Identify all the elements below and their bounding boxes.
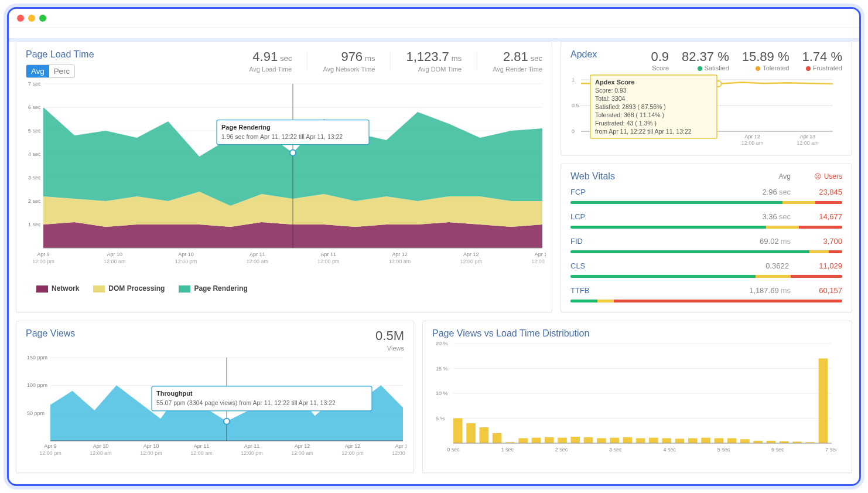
web-vital-row-LCP[interactable]: LCP 3.36sec 14,677 — [570, 206, 842, 223]
svg-rect-92 — [453, 419, 463, 444]
web-vitals-title: Web Vitals — [570, 171, 615, 182]
window-close-button[interactable] — [17, 15, 24, 22]
svg-rect-105 — [623, 437, 633, 443]
web-vitals-head-avg: Avg — [615, 172, 791, 181]
svg-text:0.5: 0.5 — [572, 103, 579, 108]
svg-text:12:00 pm: 12:00 pm — [241, 450, 263, 456]
apdex-tolerated: 15.89 %Tolerated — [742, 49, 790, 72]
svg-text:Apr 12: Apr 12 — [345, 443, 361, 449]
apdex-score: 0.9Score — [651, 49, 669, 72]
apdex-frustrated: 1.74 %Frustrated — [802, 49, 843, 72]
svg-text:5 sec: 5 sec — [28, 128, 41, 134]
apdex-chart[interactable]: 00.51Apr 1212:00 amApr 1312:00 amApdex S… — [570, 72, 835, 148]
svg-text:3 sec: 3 sec — [609, 447, 622, 453]
svg-text:12:00 am: 12:00 am — [291, 450, 313, 456]
web-vitals-card: Web Vitals Avg ☹ Users FCP 2.96sec 23,84… — [561, 164, 852, 312]
web-vital-row-FCP[interactable]: FCP 2.96sec 23,845 — [570, 182, 842, 199]
svg-text:Apr 12: Apr 12 — [392, 251, 408, 257]
svg-rect-103 — [597, 438, 606, 444]
svg-text:55.07 ppm (3304 page views) fr: 55.07 ppm (3304 page views) from Apr 11,… — [156, 399, 336, 406]
svg-text:6 sec: 6 sec — [28, 104, 41, 110]
svg-rect-120 — [819, 359, 828, 444]
svg-text:1 sec: 1 sec — [28, 222, 41, 227]
svg-text:12:00 pm: 12:00 pm — [317, 259, 340, 264]
metric-0: 4.91secAvg Load Time — [249, 49, 292, 73]
svg-text:12:00 am: 12:00 am — [104, 259, 126, 264]
web-vital-row-FID[interactable]: FID 69.02ms 3,700 — [570, 231, 842, 248]
svg-rect-117 — [780, 441, 789, 443]
page-views-title: Page Views — [26, 328, 75, 352]
svg-text:Apr 11: Apr 11 — [194, 443, 210, 449]
frown-icon: ☹ — [814, 172, 822, 181]
toggle-perc[interactable]: Perc — [49, 65, 74, 77]
svg-rect-109 — [675, 438, 685, 443]
window-minimize-button[interactable] — [28, 15, 35, 22]
page-views-chart[interactable]: 50 ppm100 ppm150 ppmApr 912:00 pmApr 101… — [26, 352, 406, 463]
svg-text:Apr 10: Apr 10 — [93, 443, 109, 449]
svg-text:Satisfied: 2893 ( 87.56% ): Satisfied: 2893 ( 87.56% ) — [595, 103, 666, 110]
svg-text:50 ppm: 50 ppm — [27, 410, 45, 416]
svg-rect-95 — [493, 433, 502, 443]
svg-text:12:00 am: 12:00 am — [531, 259, 546, 264]
page-load-chart[interactable]: 1 sec2 sec3 sec4 sec5 sec6 sec7 secApr 9… — [26, 78, 546, 277]
svg-text:1: 1 — [572, 77, 575, 83]
svg-text:Apr 9: Apr 9 — [37, 251, 50, 257]
svg-rect-115 — [753, 441, 763, 443]
svg-text:10 %: 10 % — [436, 390, 448, 396]
page-views-card: Page Views 0.5M Views 50 ppm100 ppm150 p… — [16, 321, 414, 473]
svg-text:Apr 11: Apr 11 — [321, 251, 337, 257]
page-load-title: Page Load Time — [26, 49, 94, 60]
svg-text:Apr 10: Apr 10 — [143, 443, 159, 449]
svg-point-32 — [290, 150, 296, 156]
svg-rect-94 — [480, 427, 489, 443]
svg-text:Apr 13: Apr 13 — [800, 134, 816, 140]
window-zoom-button[interactable] — [39, 15, 46, 22]
svg-text:4 sec: 4 sec — [28, 151, 41, 157]
svg-rect-104 — [610, 438, 619, 443]
svg-rect-112 — [715, 438, 724, 444]
header-separator — [9, 28, 859, 42]
page-load-metrics: 4.91secAvg Load Time976msAvg Network Tim… — [249, 49, 542, 73]
svg-rect-99 — [545, 437, 554, 443]
svg-rect-101 — [570, 437, 580, 443]
svg-text:0 sec: 0 sec — [447, 447, 460, 453]
svg-text:12:00 am: 12:00 am — [741, 140, 764, 146]
svg-text:Apdex Score: Apdex Score — [595, 79, 634, 86]
page-load-time-card: Page Load Time Avg Perc 4.91secAvg Load … — [16, 42, 552, 312]
distribution-chart[interactable]: 5 %10 %15 %20 %0 sec1 sec2 sec3 sec4 sec… — [432, 339, 836, 456]
page-load-legend: Network DOM Processing Page Rendering — [26, 280, 542, 293]
svg-text:Throughput: Throughput — [156, 390, 193, 397]
svg-rect-107 — [649, 438, 658, 443]
svg-text:0: 0 — [572, 128, 575, 134]
svg-text:12:00 pm: 12:00 pm — [32, 259, 54, 264]
toggle-avg[interactable]: Avg — [26, 65, 49, 77]
web-vital-row-CLS[interactable]: CLS 0.3622 11,029 — [570, 256, 842, 273]
svg-text:6 sec: 6 sec — [771, 447, 784, 453]
svg-text:15 %: 15 % — [436, 366, 448, 372]
svg-text:Apr 12: Apr 12 — [744, 134, 760, 140]
web-vitals-rows: FCP 2.96sec 23,845 LCP 3.36sec 14,677 FI… — [570, 182, 842, 302]
svg-text:12:00 pm: 12:00 pm — [175, 259, 197, 264]
web-vitals-head-users: ☹ Users — [807, 172, 842, 181]
legend-render: Page Rendering — [179, 284, 247, 293]
apdex-stats: 0.9Score 82.37 %Satisfied 15.89 %Tolerat… — [651, 49, 842, 72]
svg-text:12:00 pm: 12:00 pm — [39, 450, 61, 456]
metric-1: 976msAvg Network Time — [323, 49, 375, 73]
svg-text:Tolerated: 368 ( 11.14% ): Tolerated: 368 ( 11.14% ) — [595, 111, 664, 118]
svg-text:1 sec: 1 sec — [501, 447, 514, 453]
avg-perc-toggle[interactable]: Avg Perc — [26, 64, 75, 78]
metric-3: 2.81secAvg Render Time — [493, 49, 542, 73]
svg-text:150 ppm: 150 ppm — [27, 355, 47, 361]
distribution-card: Page Views vs Load Time Distribution 5 %… — [422, 321, 852, 473]
svg-text:Apr 11: Apr 11 — [250, 251, 265, 257]
svg-rect-108 — [662, 438, 671, 444]
web-vital-row-TTFB[interactable]: TTFB 1,187.69ms 60,157 — [570, 280, 842, 297]
svg-text:12:00 am: 12:00 am — [797, 140, 819, 146]
svg-text:12:00 am: 12:00 am — [389, 259, 411, 264]
svg-rect-116 — [767, 441, 776, 443]
svg-rect-111 — [701, 438, 710, 443]
svg-text:Apr 13: Apr 13 — [395, 443, 406, 449]
svg-rect-114 — [740, 439, 750, 443]
app-window: Page Load Time Avg Perc 4.91secAvg Load … — [7, 7, 861, 486]
svg-text:Apr 11: Apr 11 — [244, 443, 260, 449]
